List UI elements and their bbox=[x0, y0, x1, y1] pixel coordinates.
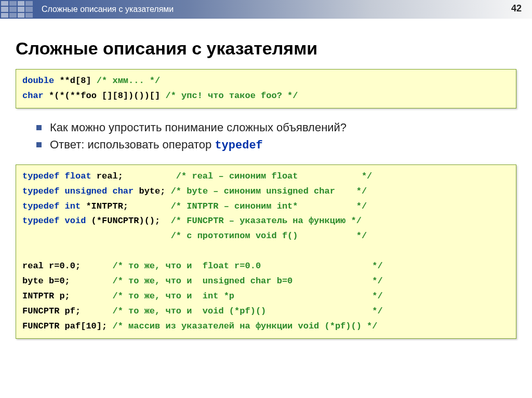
inline-code: typedef bbox=[215, 139, 262, 152]
main-title: Сложные описания с указателями bbox=[16, 38, 516, 59]
code-keyword: typedef void bbox=[22, 216, 86, 226]
code-comment: /* INTPTR – синоним int* */ bbox=[171, 201, 367, 211]
code-comment: /* массив из указателей на функции void … bbox=[112, 321, 377, 331]
bullet-list: Как можно упростить понимание сложных об… bbox=[36, 119, 516, 154]
bullet-text: Ответ: использовать оператор bbox=[50, 138, 215, 151]
code-text: real r=0.0; bbox=[22, 261, 112, 271]
code-text: real; bbox=[91, 171, 176, 181]
slide-content: Сложные описания с указателями double **… bbox=[0, 19, 532, 339]
header-title: Сложные описания с указателями bbox=[42, 5, 174, 14]
code-keyword: double bbox=[22, 76, 54, 86]
code-comment: /* то же, что и void (*pf)() */ bbox=[112, 306, 382, 316]
code-comment: /* FUNCPTR – указатель на функцию */ bbox=[171, 216, 362, 226]
code-comment: /* хмм... */ bbox=[97, 76, 160, 86]
code-block-1: double **d[8] /* хмм... */ char *(*(**fo… bbox=[16, 69, 516, 108]
code-text bbox=[22, 231, 171, 241]
code-text: INTPTR p; bbox=[22, 291, 112, 301]
code-comment: /* то же, что и float r=0.0 */ bbox=[112, 261, 382, 271]
code-text: **d[8] bbox=[54, 76, 97, 86]
code-comment: /* с прототипом void f() */ bbox=[171, 231, 367, 241]
bullet-item: Ответ: использовать оператор typedef bbox=[36, 136, 516, 154]
code-block-2: typedef float real; /* real – синоним fl… bbox=[16, 164, 516, 339]
code-text: FUNCPTR pf; bbox=[22, 306, 112, 316]
code-text: *INTPTR; bbox=[81, 201, 170, 211]
code-text: byte; bbox=[134, 186, 170, 196]
code-text: (*FUNCPTR)(); bbox=[86, 216, 170, 226]
code-comment: /* real – синоним float */ bbox=[176, 171, 372, 181]
page-number: 42 bbox=[511, 3, 522, 14]
code-comment: /* то же, что и int *p */ bbox=[112, 291, 382, 301]
code-keyword: char bbox=[22, 91, 44, 101]
bullet-item: Как можно упростить понимание сложных об… bbox=[36, 119, 516, 136]
code-keyword: typedef unsigned char bbox=[22, 186, 134, 196]
code-keyword: typedef float bbox=[22, 171, 91, 181]
code-blank bbox=[22, 246, 28, 256]
slide-header: Сложные описания с указателями 42 bbox=[0, 0, 532, 19]
header-decoration bbox=[0, 0, 34, 19]
code-text: FUNCPTR paf[10]; bbox=[22, 321, 112, 331]
code-text: byte b=0; bbox=[22, 276, 112, 286]
code-comment: /* то же, что и unsigned char b=0 */ bbox=[112, 276, 382, 286]
code-keyword: typedef int bbox=[22, 201, 81, 211]
code-comment: /* byte – синоним unsigned char */ bbox=[171, 186, 367, 196]
code-text: *(*(**foo [][8])())[] bbox=[44, 91, 166, 101]
code-comment: /* упс! что такое foo? */ bbox=[165, 91, 298, 101]
